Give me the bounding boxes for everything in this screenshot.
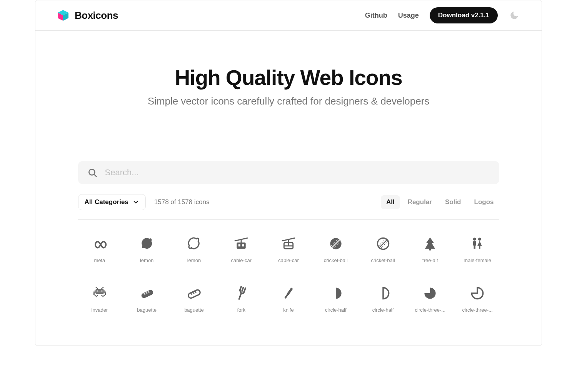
cricket-ball-icon [329,236,343,251]
icon-tree-alt[interactable]: tree-alt [409,235,452,263]
style-tabs: All Regular Solid Logos [381,195,499,209]
cable-car-icon [281,236,296,251]
nav-usage[interactable]: Usage [398,12,419,20]
icon-label: male-female [464,257,491,263]
icon-label: invader [92,307,108,313]
filter-bar: All Categories 1578 of 1578 icons All Re… [78,194,499,220]
icon-lemon-solid[interactable]: lemon [125,235,168,263]
icon-cable-car-solid[interactable]: cable-car [220,235,263,263]
search-input[interactable] [104,167,490,178]
search-bar[interactable] [78,161,499,184]
icon-label: lemon [187,257,201,263]
icon-count: 1578 of 1578 icons [154,198,210,206]
icon-meta[interactable]: meta [78,235,122,263]
icon-male-female[interactable]: male-female [456,235,499,263]
download-button[interactable]: Download v2.1.1 [430,7,498,23]
search-icon [87,168,97,178]
icon-lemon-outline[interactable]: lemon [172,235,216,263]
circle-half-icon [376,286,390,301]
icon-label: circle-half [325,307,347,313]
header: Boxicons Github Usage Download v2.1.1 [35,0,542,31]
logo-icon [57,9,69,22]
icon-label: cricket-ball [324,257,348,263]
icon-baguette-outline[interactable]: baguette [172,285,216,313]
controls: All Categories 1578 of 1578 icons All Re… [78,161,499,220]
category-dropdown[interactable]: All Categories [78,194,146,210]
baguette-icon [140,286,154,301]
brand-name: Boxicons [75,10,118,22]
hero: High Quality Web Icons Simple vector ico… [35,31,542,107]
icon-label: meta [94,257,105,263]
style-tab-regular[interactable]: Regular [402,195,437,209]
knife-icon [281,286,296,301]
style-tab-all[interactable]: All [381,195,400,209]
icon-circle-half-outline[interactable]: circle-half [361,285,405,313]
cricket-ball-icon [376,236,390,251]
icon-circle-three-quarter-solid[interactable]: circle-three-... [409,285,452,313]
style-tab-solid[interactable]: Solid [440,195,467,209]
lemon-icon [187,236,201,251]
cable-car-icon [234,236,248,251]
hero-title: High Quality Web Icons [51,65,526,90]
meta-icon [92,236,107,251]
male-female-icon [470,236,485,251]
icon-baguette-solid[interactable]: baguette [125,285,168,313]
icon-cricket-ball-outline[interactable]: cricket-ball [361,235,405,263]
icon-circle-three-quarter-outline[interactable]: circle-three-... [456,285,499,313]
icon-fork[interactable]: fork [220,285,263,313]
icon-cricket-ball-solid[interactable]: cricket-ball [314,235,357,263]
invader-icon [92,286,107,301]
hero-subtitle: Simple vector icons carefully crafted fo… [51,95,526,107]
icon-label: cable-car [231,257,251,263]
nav-github[interactable]: Github [365,12,387,20]
category-label: All Categories [85,198,128,206]
icon-label: fork [237,307,245,313]
theme-toggle[interactable] [509,10,520,21]
icon-grid: meta lemon lemon cable-car cable-car cri… [78,235,499,313]
icon-label: baguette [184,307,204,313]
tree-icon [423,236,437,251]
nav: Github Usage Download v2.1.1 [365,7,520,23]
circle-three-quarter-icon [470,286,485,301]
lemon-icon [140,236,154,251]
chevron-down-icon [132,199,139,206]
icon-label: baguette [137,307,157,313]
icon-label: knife [283,307,294,313]
icon-knife[interactable]: knife [267,285,310,313]
icon-label: tree-alt [422,257,438,263]
fork-icon [234,286,248,301]
icon-label: lemon [140,257,153,263]
icon-label: cricket-ball [371,257,395,263]
icon-label: circle-three-... [415,307,445,313]
icon-cable-car-outline[interactable]: cable-car [267,235,310,263]
style-tab-logos[interactable]: Logos [469,195,499,209]
icon-circle-half-solid[interactable]: circle-half [314,285,357,313]
icon-label: cable-car [278,257,299,263]
circle-half-icon [329,286,343,301]
icon-invader[interactable]: invader [78,285,122,313]
brand[interactable]: Boxicons [57,9,118,22]
icon-label: circle-three-... [462,307,492,313]
circle-three-quarter-icon [423,286,437,301]
moon-icon [509,10,519,20]
icon-label: circle-half [372,307,394,313]
baguette-icon [187,286,201,301]
